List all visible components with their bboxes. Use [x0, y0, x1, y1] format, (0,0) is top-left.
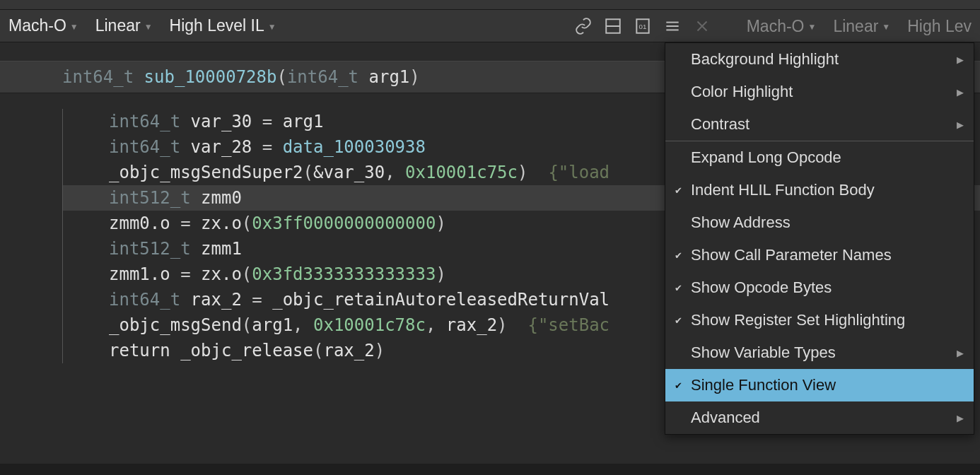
- submenu-arrow-icon: ▶: [957, 348, 964, 358]
- menu-item-label: Single Function View: [691, 376, 836, 394]
- format-label-right: Mach-O: [747, 17, 805, 36]
- menu-item[interactable]: ✔Indent HLIL Function Body: [665, 174, 974, 206]
- menu-item-label: Indent HLIL Function Body: [691, 181, 875, 199]
- submenu-arrow-icon: ▶: [957, 119, 964, 130]
- menu-item-label: Background Highlight: [691, 50, 839, 69]
- arg-type: int64_t: [287, 67, 358, 87]
- menu-item[interactable]: Advanced▶: [665, 401, 974, 434]
- return-type: int64_t: [62, 67, 134, 87]
- close-icon[interactable]: [693, 17, 711, 35]
- menu-item[interactable]: Show Address: [665, 206, 974, 239]
- il-label: High Level IL: [170, 16, 264, 35]
- split-icon[interactable]: [604, 17, 622, 35]
- bottom-strip: [0, 464, 980, 475]
- menu-item[interactable]: Contrast▶: [665, 108, 974, 141]
- il-dropdown-right[interactable]: High Lev: [907, 17, 972, 36]
- format-label: Mach-O: [8, 16, 66, 35]
- check-icon: ✔: [672, 250, 684, 261]
- toolbar-icon-group: 01: [574, 17, 711, 35]
- menu-item-label: Show Opcode Bytes: [691, 278, 832, 297]
- il-dropdown[interactable]: High Level IL ▼: [170, 16, 276, 35]
- caret-down-icon: ▼: [808, 22, 817, 32]
- svg-text:01: 01: [639, 23, 647, 30]
- menu-item-label: Contrast: [691, 115, 749, 134]
- menu-item[interactable]: Color Highlight▶: [665, 76, 974, 108]
- menu-item[interactable]: ✔Single Function View: [665, 369, 974, 401]
- menu-item[interactable]: ✔Show Register Set Highlighting: [665, 304, 974, 336]
- view-dropdown[interactable]: Linear ▼: [95, 16, 153, 35]
- view-label: Linear: [95, 16, 141, 35]
- submenu-arrow-icon: ▶: [957, 87, 964, 98]
- indent-guide: [62, 109, 63, 363]
- check-icon: ✔: [672, 315, 684, 326]
- check-icon: ✔: [672, 185, 684, 196]
- menu-item-label: Show Variable Types: [691, 344, 836, 362]
- check-icon: ✔: [672, 283, 684, 293]
- caret-down-icon: ▼: [144, 22, 153, 32]
- caret-down-icon: ▼: [268, 22, 276, 32]
- view-label-right: Linear: [833, 17, 878, 36]
- arg-name: arg1: [369, 67, 410, 87]
- menu-item[interactable]: Expand Long Opcode: [665, 141, 974, 174]
- menu-item[interactable]: Show Variable Types▶: [665, 336, 974, 369]
- menu-item[interactable]: ✔Show Opcode Bytes: [665, 271, 974, 304]
- menu-item[interactable]: ✔Show Call Parameter Names: [665, 239, 974, 271]
- submenu-arrow-icon: ▶: [957, 413, 964, 423]
- menu-item-label: Expand Long Opcode: [691, 148, 841, 167]
- menu-item[interactable]: Background Highlight▶: [665, 43, 974, 76]
- context-menu: Background Highlight▶Color Highlight▶Con…: [665, 42, 974, 435]
- function-name: sub_10000728b: [144, 67, 277, 87]
- submenu-arrow-icon: ▶: [957, 54, 964, 65]
- link-icon[interactable]: [574, 17, 593, 35]
- view-dropdown-right[interactable]: Linear ▼: [833, 17, 890, 36]
- hex-icon[interactable]: 01: [634, 17, 652, 35]
- check-icon: ✔: [672, 380, 684, 391]
- menu-item-label: Show Address: [691, 213, 791, 232]
- menu-item-label: Show Register Set Highlighting: [691, 311, 905, 329]
- caret-down-icon: ▼: [70, 22, 78, 32]
- hamburger-icon[interactable]: [663, 17, 682, 35]
- tab-bar: [0, 0, 980, 10]
- menu-item-label: Show Call Parameter Names: [691, 246, 892, 264]
- menu-item-label: Color Highlight: [691, 83, 793, 101]
- menu-item-label: Advanced: [691, 409, 760, 427]
- toolbar-right-pane: Mach-O ▼ Linear ▼ High Lev: [738, 10, 980, 42]
- caret-down-icon: ▼: [882, 22, 890, 32]
- format-dropdown[interactable]: Mach-O ▼: [8, 16, 78, 35]
- format-dropdown-right[interactable]: Mach-O ▼: [747, 17, 817, 36]
- il-label-right: High Lev: [907, 17, 972, 36]
